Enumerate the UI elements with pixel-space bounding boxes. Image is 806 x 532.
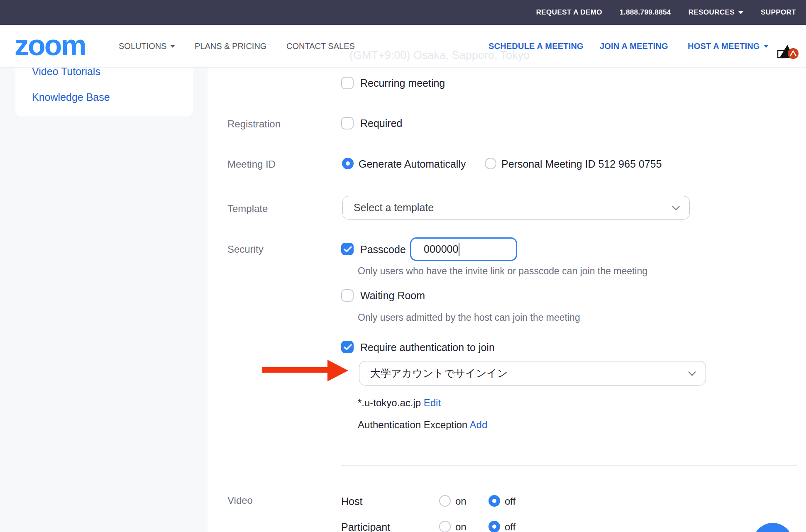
- resources-label: RESOURCES: [689, 8, 735, 17]
- registration-required-label: Required: [360, 117, 402, 129]
- edit-link[interactable]: Edit: [424, 397, 441, 408]
- avatar-image: [776, 42, 800, 63]
- nav-solutions[interactable]: SOLUTIONS: [119, 25, 175, 68]
- sidebar-item-knowledge-base[interactable]: Knowledge Base: [32, 91, 110, 103]
- solutions-label: SOLUTIONS: [119, 41, 167, 51]
- section-divider: [341, 465, 797, 466]
- auth-domain-row: *.u-tokyo.ac.jp Edit: [358, 397, 441, 409]
- check-icon: [344, 344, 352, 351]
- auth-method-value: 大学アカウントでサインイン: [370, 366, 689, 380]
- auth-method-select[interactable]: 大学アカウントでサインイン: [359, 361, 706, 386]
- nav-schedule-a-meeting[interactable]: SCHEDULE A MEETING: [488, 25, 584, 68]
- passcode-input[interactable]: 000000: [410, 237, 517, 261]
- waiting-room-helper-text: Only users admitted by the host can join…: [358, 312, 580, 323]
- phone-number[interactable]: 1.888.799.8854: [620, 8, 671, 17]
- passcode-value: 000000: [424, 243, 458, 255]
- passcode-helper-text: Only users who have the invite link or p…: [358, 266, 647, 277]
- chevron-down-icon: [764, 45, 769, 48]
- check-icon: [344, 246, 352, 253]
- chevron-down-icon: [738, 11, 743, 14]
- recurring-meeting-checkbox[interactable]: [341, 77, 354, 89]
- participant-video-on-label: on: [455, 521, 467, 532]
- video-row-label: Video: [227, 495, 253, 506]
- registration-required-checkbox[interactable]: [341, 117, 354, 129]
- participant-video-off-label: off: [505, 521, 515, 532]
- security-row-label: Security: [227, 244, 264, 255]
- auth-domain-value: *.u-tokyo.ac.jp: [358, 397, 421, 408]
- require-auth-checkbox[interactable]: [341, 341, 354, 353]
- resources-menu[interactable]: RESOURCES: [689, 8, 743, 17]
- passcode-checkbox[interactable]: [341, 243, 354, 255]
- require-auth-label: Require authentication to join: [360, 342, 495, 354]
- main-navbar: (GMT+9:00) Osaka, Sapporo, Tokyo zoom SO…: [0, 25, 806, 68]
- profile-avatar[interactable]: [776, 42, 800, 63]
- zoom-logo[interactable]: zoom: [15, 31, 85, 60]
- template-select[interactable]: Select a template: [342, 196, 690, 220]
- template-row-label: Template: [227, 203, 268, 215]
- host-meeting-label: HOST A MEETING: [688, 41, 760, 51]
- chevron-down-icon: [672, 203, 679, 210]
- registration-row-label: Registration: [227, 118, 281, 130]
- arrow-head: [327, 360, 348, 381]
- nav-plans-pricing[interactable]: PLANS & PRICING: [195, 25, 266, 68]
- participant-video-off-radio[interactable]: [488, 521, 500, 532]
- personal-meeting-id-radio[interactable]: [485, 158, 496, 169]
- personal-meeting-id-label: Personal Meeting ID 512 965 0755: [501, 158, 662, 170]
- recurring-meeting-label: Recurring meeting: [360, 77, 445, 89]
- waiting-room-checkbox[interactable]: [341, 289, 354, 302]
- add-link[interactable]: Add: [470, 419, 488, 430]
- support-link[interactable]: SUPPORT: [761, 8, 796, 17]
- template-select-value: Select a template: [354, 202, 673, 214]
- host-video-off-label: off: [505, 495, 515, 507]
- chevron-down-icon: [171, 45, 175, 48]
- host-video-on-radio[interactable]: [439, 495, 451, 507]
- waiting-room-label: Waiting Room: [360, 290, 425, 302]
- participant-video-on-radio[interactable]: [439, 521, 451, 532]
- auth-exception-row: Authentication Exception Add: [358, 419, 487, 431]
- generate-automatically-radio[interactable]: [342, 158, 354, 169]
- nav-join-a-meeting[interactable]: JOIN A MEETING: [600, 25, 668, 68]
- text-cursor: [459, 243, 459, 256]
- nav-contact-sales[interactable]: CONTACT SALES: [286, 25, 355, 68]
- passcode-label: Passcode: [360, 244, 406, 256]
- host-video-off-radio[interactable]: [488, 495, 500, 507]
- help-button[interactable]: [753, 523, 793, 532]
- nav-host-a-meeting[interactable]: HOST A MEETING: [688, 25, 769, 68]
- video-participant-label: Participant: [341, 521, 390, 532]
- host-video-on-label: on: [455, 495, 467, 507]
- meeting-id-row-label: Meeting ID: [227, 159, 276, 170]
- chevron-down-icon: [688, 368, 696, 376]
- request-demo-link[interactable]: REQUEST A DEMO: [536, 8, 602, 17]
- video-host-label: Host: [341, 495, 362, 508]
- top-utility-bar: REQUEST A DEMO 1.888.799.8854 RESOURCES …: [0, 0, 806, 25]
- auth-exception-label: Authentication Exception: [358, 419, 467, 430]
- zoom-web-portal: REQUEST A DEMO 1.888.799.8854 RESOURCES …: [0, 0, 806, 532]
- arrow-shaft: [262, 367, 330, 373]
- generate-automatically-label: Generate Automatically: [359, 158, 466, 170]
